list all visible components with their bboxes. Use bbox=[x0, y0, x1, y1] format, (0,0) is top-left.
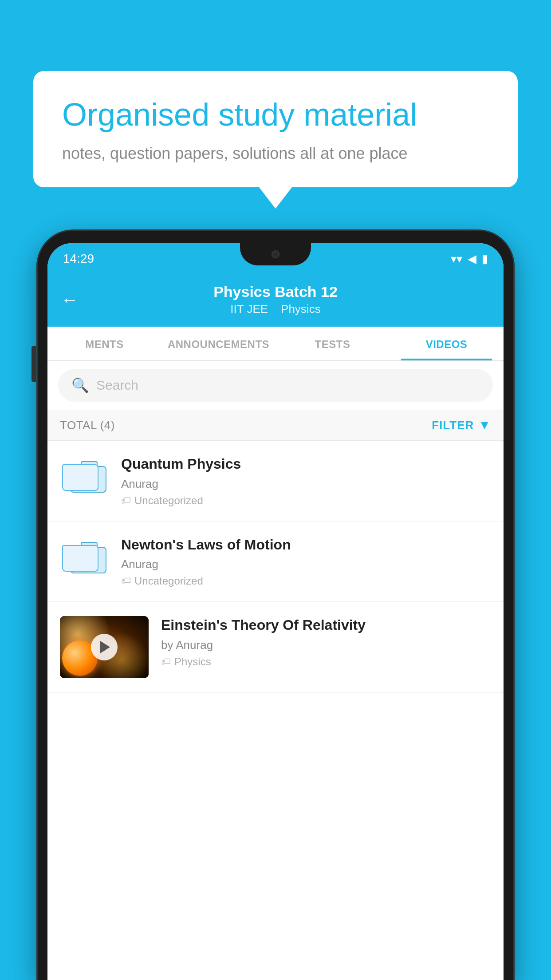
battery-icon: ▮ bbox=[482, 252, 488, 266]
speech-bubble-heading: Organised study material bbox=[62, 95, 489, 134]
video-list: Quantum Physics Anurag 🏷 Uncategorized bbox=[47, 441, 504, 693]
tag-label: Physics bbox=[174, 656, 211, 668]
quantum-info: Quantum Physics Anurag 🏷 Uncategorized bbox=[121, 455, 491, 507]
search-container: 🔍 Search bbox=[47, 361, 504, 410]
video-tag: 🏷 Uncategorized bbox=[121, 494, 491, 507]
play-triangle-icon bbox=[100, 641, 110, 653]
wifi-icon: ▾▾ bbox=[451, 252, 462, 266]
folder-front bbox=[62, 545, 98, 572]
einstein-thumbnail bbox=[60, 616, 149, 678]
tabs-bar: MENTS ANNOUNCEMENTS TESTS VIDEOS bbox=[47, 327, 504, 361]
tag-icon: 🏷 bbox=[161, 656, 171, 668]
video-tag: 🏷 Uncategorized bbox=[121, 575, 491, 587]
phone-inner: 14:29 ▾▾ ◀ ▮ ← Physics Batch 12 IIT JEE bbox=[47, 243, 504, 980]
tab-tests[interactable]: TESTS bbox=[276, 327, 390, 360]
video-title: Einstein's Theory Of Relativity bbox=[161, 616, 491, 635]
search-placeholder: Search bbox=[96, 378, 138, 393]
speech-bubble: Organised study material notes, question… bbox=[33, 71, 518, 187]
play-button-overlay bbox=[60, 616, 149, 678]
tab-ments[interactable]: MENTS bbox=[47, 327, 161, 360]
quantum-thumb bbox=[60, 455, 109, 493]
video-author: by Anurag bbox=[161, 638, 491, 652]
notch bbox=[240, 243, 311, 265]
video-author: Anurag bbox=[121, 477, 491, 491]
list-item[interactable]: Einstein's Theory Of Relativity by Anura… bbox=[47, 602, 504, 693]
nav-subtitle-tag2: Physics bbox=[281, 302, 321, 316]
video-author: Anurag bbox=[121, 557, 491, 571]
filter-label: FILTER bbox=[432, 419, 474, 432]
nav-subtitle: IIT JEE Physics bbox=[213, 302, 338, 316]
video-tag: 🏷 Physics bbox=[161, 656, 491, 668]
top-nav: ← Physics Batch 12 IIT JEE Physics bbox=[47, 274, 504, 327]
filter-icon: ▼ bbox=[478, 418, 491, 432]
filter-button[interactable]: FILTER ▼ bbox=[432, 418, 491, 432]
status-bar: 14:29 ▾▾ ◀ ▮ bbox=[47, 243, 504, 274]
tab-announcements[interactable]: ANNOUNCEMENTS bbox=[161, 327, 276, 360]
filter-row: TOTAL (4) FILTER ▼ bbox=[47, 410, 504, 441]
status-time: 14:29 bbox=[63, 252, 94, 266]
tag-label: Uncategorized bbox=[134, 575, 203, 587]
list-item[interactable]: Quantum Physics Anurag 🏷 Uncategorized bbox=[47, 441, 504, 522]
tab-videos[interactable]: VIDEOS bbox=[390, 327, 504, 360]
total-count: TOTAL (4) bbox=[60, 419, 115, 432]
search-box[interactable]: 🔍 Search bbox=[58, 369, 493, 402]
speech-bubble-container: Organised study material notes, question… bbox=[33, 71, 518, 187]
folder-icon bbox=[62, 455, 106, 493]
newton-thumb bbox=[60, 536, 109, 573]
tag-icon: 🏷 bbox=[121, 575, 131, 587]
camera-dot bbox=[272, 250, 279, 258]
play-circle[interactable] bbox=[91, 634, 118, 660]
search-icon: 🔍 bbox=[71, 377, 89, 394]
folder-front bbox=[62, 464, 98, 491]
video-title: Quantum Physics bbox=[121, 455, 491, 474]
einstein-info: Einstein's Theory Of Relativity by Anura… bbox=[161, 616, 491, 668]
folder-icon bbox=[62, 536, 106, 573]
video-title: Newton's Laws of Motion bbox=[121, 536, 491, 554]
nav-subtitle-tag1: IIT JEE bbox=[230, 302, 268, 316]
status-icons: ▾▾ ◀ ▮ bbox=[451, 252, 488, 266]
tag-icon: 🏷 bbox=[121, 495, 131, 506]
nav-title-area: Physics Batch 12 IIT JEE Physics bbox=[213, 283, 338, 316]
newton-info: Newton's Laws of Motion Anurag 🏷 Uncateg… bbox=[121, 536, 491, 588]
signal-icon: ◀ bbox=[468, 252, 476, 266]
list-item[interactable]: Newton's Laws of Motion Anurag 🏷 Uncateg… bbox=[47, 522, 504, 602]
phone-container: 14:29 ▾▾ ◀ ▮ ← Physics Batch 12 IIT JEE bbox=[38, 231, 513, 980]
tag-label: Uncategorized bbox=[134, 494, 203, 507]
phone-outer: 14:29 ▾▾ ◀ ▮ ← Physics Batch 12 IIT JEE bbox=[38, 231, 513, 980]
einstein-thumb-inner bbox=[60, 616, 149, 678]
back-button[interactable]: ← bbox=[61, 290, 79, 310]
speech-bubble-subtext: notes, question papers, solutions all at… bbox=[62, 144, 489, 163]
nav-title: Physics Batch 12 bbox=[213, 283, 338, 300]
